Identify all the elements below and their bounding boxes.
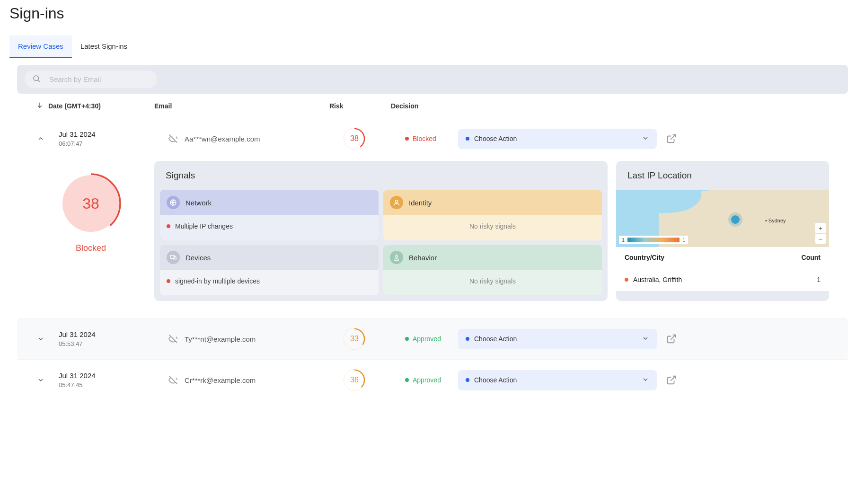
row-date: Jul 31 2024: [59, 371, 168, 380]
decision-label: Blocked: [413, 135, 436, 142]
table-row: Jul 31 2024 05:47:45 Cr***rk@example.com…: [17, 359, 848, 400]
svg-point-16: [344, 370, 364, 390]
collapse-button[interactable]: [36, 134, 45, 143]
row-email: Cr***rk@example.com: [185, 376, 256, 384]
page-title: Sign-ins: [9, 5, 856, 22]
status-dot: [405, 137, 409, 141]
row-time: 05:53:47: [59, 340, 168, 347]
choose-action-select[interactable]: Choose Action: [458, 370, 657, 390]
ip-row-country: Australia, Griffith: [633, 276, 682, 283]
risk-badge: 36: [344, 369, 365, 391]
search-icon: [32, 74, 49, 84]
signal-behavior-title: Behavior: [409, 254, 437, 262]
signal-identity: Identity No risky signals: [383, 190, 602, 240]
table-row: Jul 31 2024 06:07:47 Aa***wn@example.com…: [17, 118, 848, 314]
row-date: Jul 31 2024: [59, 330, 168, 338]
network-icon: [167, 196, 180, 209]
signal-network-item: Multiple IP changes: [175, 222, 233, 230]
action-label: Choose Action: [474, 376, 517, 384]
risk-badge: 33: [344, 328, 365, 350]
choose-action-select[interactable]: Choose Action: [458, 329, 657, 349]
big-decision-label: Blocked: [76, 243, 106, 253]
map-zoom: + −: [815, 222, 826, 244]
expand-button[interactable]: [36, 375, 45, 385]
map-zoom-out[interactable]: −: [815, 233, 826, 244]
tabs: Review Cases Latest Sign-ins: [9, 35, 856, 58]
svg-point-0: [34, 76, 39, 81]
signal-devices-title: Devices: [185, 254, 211, 262]
map-city-label: Sydney: [765, 218, 786, 223]
col-date-label: Date (GMT+4:30): [48, 102, 101, 110]
behavior-icon: [390, 251, 403, 264]
row-detail: 38 Blocked Signals Network Multiple IP c…: [17, 159, 848, 314]
row-time: 06:07:47: [59, 140, 168, 147]
row-date: Jul 31 2024: [59, 130, 168, 138]
ip-col-country: Country/City: [625, 254, 664, 261]
svg-line-17: [671, 376, 675, 381]
sort-desc-icon[interactable]: [36, 101, 44, 110]
col-risk-label: Risk: [329, 102, 391, 110]
ip-table-row: Australia, Griffith 1: [616, 268, 829, 291]
search-bar: [17, 65, 848, 94]
choose-action-select[interactable]: Choose Action: [458, 129, 657, 149]
table-header: Date (GMT+4:30) Email Risk Decision: [17, 94, 848, 118]
ip-map[interactable]: Sydney 1 1 + −: [616, 190, 829, 247]
signal-identity-title: Identity: [409, 199, 432, 207]
open-external-icon[interactable]: [666, 375, 677, 385]
reveal-email-icon[interactable]: [168, 334, 178, 344]
tab-latest-signins[interactable]: Latest Sign-ins: [72, 35, 136, 58]
ip-title: Last IP Location: [616, 161, 829, 190]
chevron-down-icon: [642, 376, 649, 385]
signal-behavior-msg: No risky signals: [469, 277, 516, 285]
row-email: Ty***nt@example.com: [185, 335, 256, 343]
ip-row-count: 1: [817, 276, 821, 283]
svg-point-8: [395, 200, 397, 203]
search-input[interactable]: [49, 75, 144, 83]
expand-button[interactable]: [36, 334, 45, 344]
status-dot: [405, 378, 409, 382]
chevron-down-icon: [642, 134, 649, 143]
risk-badge: 38: [344, 128, 365, 150]
reveal-email-icon[interactable]: [168, 134, 178, 143]
ip-location-card: Last IP Location Sydney 1 1 + −: [616, 161, 829, 301]
identity-icon: [390, 196, 403, 209]
signals-card: Signals Network Multiple IP changes Iden…: [154, 161, 608, 301]
big-risk-score: 38: [62, 175, 119, 232]
row-time: 05:47:45: [59, 381, 168, 389]
signal-network-title: Network: [185, 199, 212, 207]
map-zoom-in[interactable]: +: [815, 223, 826, 233]
svg-point-4: [344, 129, 364, 149]
signal-behavior: Behavior No risky signals: [383, 245, 602, 295]
map-legend: 1 1: [619, 236, 688, 244]
col-decision-label: Decision: [391, 102, 444, 110]
table-row: Jul 31 2024 05:53:47 Ty***nt@example.com…: [17, 318, 848, 359]
ip-col-count: Count: [802, 254, 821, 261]
map-marker: [731, 215, 740, 224]
svg-line-1: [38, 80, 39, 81]
svg-point-11: [396, 256, 397, 257]
row-email: Aa***wn@example.com: [185, 135, 260, 143]
chevron-down-icon: [642, 335, 649, 344]
signal-devices: Devices signed-in by multiple devices: [160, 245, 379, 295]
decision-label: Approved: [413, 335, 441, 343]
signal-devices-item: signed-in by multiple devices: [175, 277, 260, 285]
signal-network: Network Multiple IP changes: [160, 190, 379, 240]
signals-title: Signals: [154, 161, 608, 190]
svg-line-5: [671, 135, 675, 140]
signal-identity-msg: No risky signals: [469, 222, 516, 230]
open-external-icon[interactable]: [666, 133, 677, 144]
status-dot: [405, 337, 409, 341]
open-external-icon[interactable]: [666, 334, 677, 344]
devices-icon: [167, 251, 180, 264]
action-label: Choose Action: [474, 135, 517, 142]
action-label: Choose Action: [474, 335, 517, 343]
decision-label: Approved: [413, 376, 441, 384]
svg-point-13: [344, 329, 364, 349]
svg-point-6: [62, 174, 120, 233]
reveal-email-icon[interactable]: [168, 375, 178, 385]
svg-line-14: [671, 335, 675, 340]
col-email-label: Email: [154, 102, 329, 110]
tab-review-cases[interactable]: Review Cases: [9, 35, 72, 58]
